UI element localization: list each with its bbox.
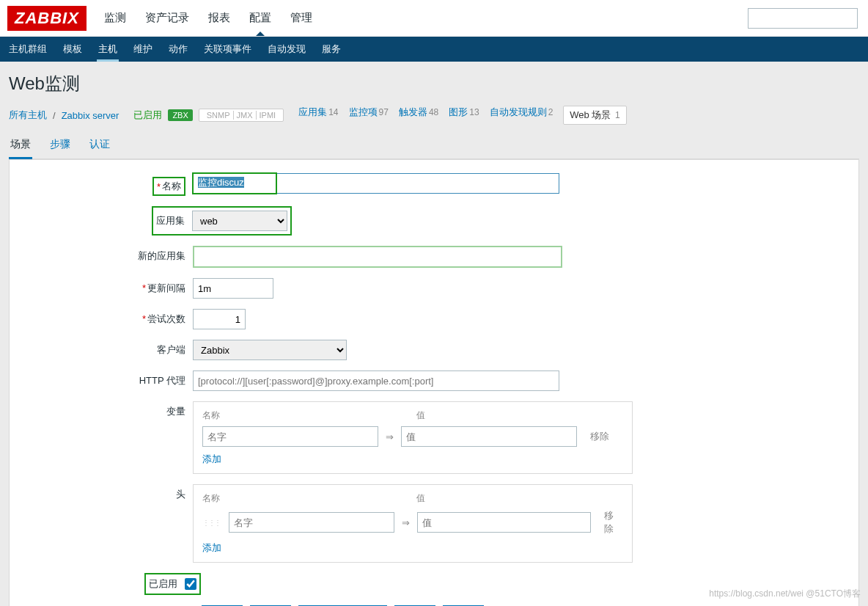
retries-input[interactable] [193,309,246,329]
subnav-hostgroups[interactable]: 主机群组 [7,37,48,62]
variables-box: 名称值 ⇒ 移除 添加 [193,401,633,474]
bc-sep: / [53,110,56,121]
label-application: 应用集 [156,214,185,227]
breadcrumb: 所有主机 / Zabbix server 已启用 ZBX SNMPJMXIPMI… [9,106,859,125]
subnav-maintenance[interactable]: 维护 [132,37,154,62]
nav-monitor[interactable]: 监测 [101,1,129,35]
search-input[interactable] [748,8,858,29]
badge-indicators: SNMPJMXIPMI [199,109,284,122]
bc-all-hosts[interactable]: 所有主机 [9,109,47,122]
watermark: https://blog.csdn.net/wei @51CTO博客 [709,588,861,600]
new-application-input[interactable] [193,246,562,268]
top-bar: ZABBIX 监测 资产记录 报表 配置 管理 [0,0,868,37]
status-enabled: 已启用 [133,109,162,122]
nav-admin[interactable]: 管理 [287,1,315,35]
drag-handle-icon[interactable]: ⋮⋮⋮ [202,519,220,527]
tab-auth[interactable]: 认证 [88,134,111,158]
name-input[interactable]: 监控discuz [198,177,244,188]
subnav-discovery[interactable]: 自动发现 [266,37,307,62]
enabled-checkbox[interactable] [185,578,196,590]
label-headers: 头 [17,484,193,501]
link-triggers[interactable]: 触发器48 [399,106,438,125]
var-value-input[interactable] [401,426,577,447]
logo: ZABBIX [7,6,87,31]
interval-input[interactable] [193,278,273,299]
nav-inventory[interactable]: 资产记录 [142,1,192,35]
subnav-correlation[interactable]: 关联项事件 [202,37,253,62]
subnav-services[interactable]: 服务 [320,37,342,62]
badge-zbx: ZBX [168,109,192,121]
subnav-actions[interactable]: 动作 [167,37,189,62]
label-new-application: 新的应用集 [17,246,193,263]
link-web-scenarios[interactable]: Web 场景 1 [563,106,626,125]
header-remove-link[interactable]: 移除 [604,509,623,536]
link-items[interactable]: 监控项97 [349,106,389,125]
headers-box: 名称值 ⋮⋮⋮ ⇒ 移除 添加 [193,484,633,563]
var-name-input[interactable] [202,426,378,447]
bc-server[interactable]: Zabbix server [62,110,119,121]
arrow-icon: ⇒ [402,517,410,528]
page-body: Web监测 所有主机 / Zabbix server 已启用 ZBX SNMPJ… [0,62,868,606]
header-value-input[interactable] [417,512,592,533]
label-agent: 客户端 [17,340,193,357]
form-panel: *名称 监控discuz 应用集 应用集 web 新的应用集 *更新间隔 [9,159,859,606]
subnav-templates[interactable]: 模板 [62,37,84,62]
link-applications[interactable]: 应用集14 [298,106,338,125]
label-interval: 更新间隔 [147,282,185,293]
host-nav-counts: 应用集14 监控项97 触发器48 图形13 自动发现规则2 Web 场景 1 [298,106,627,125]
label-http-proxy: HTTP 代理 [17,370,193,387]
page-title: Web监测 [9,72,859,95]
http-proxy-input[interactable] [193,370,559,391]
nav-config[interactable]: 配置 [246,1,274,35]
sub-nav: 主机群组 模板 主机 维护 动作 关联项事件 自动发现 服务 [0,37,868,62]
nav-reports[interactable]: 报表 [205,1,233,35]
link-graphs[interactable]: 图形13 [449,106,479,125]
tab-steps[interactable]: 步骤 [48,134,72,158]
subnav-hosts[interactable]: 主机 [97,37,119,62]
link-discovery-rules[interactable]: 自动发现规则2 [490,106,553,125]
var-add-link[interactable]: 添加 [202,453,221,466]
application-select[interactable]: web [192,211,287,231]
top-nav: 监测 资产记录 报表 配置 管理 [101,1,748,35]
label-retries: 尝试次数 [147,313,185,324]
tab-scenario[interactable]: 场景 [9,134,32,159]
label-name: 名称 [162,180,181,193]
header-add-link[interactable]: 添加 [202,541,221,555]
arrow-icon: ⇒ [386,431,394,442]
label-variables: 变量 [17,401,193,418]
agent-select[interactable]: Zabbix [193,340,347,360]
form-tabs: 场景 步骤 认证 [9,134,859,159]
header-name-input[interactable] [229,512,394,533]
var-remove-link[interactable]: 移除 [590,430,609,443]
label-enabled: 已启用 [149,577,177,591]
